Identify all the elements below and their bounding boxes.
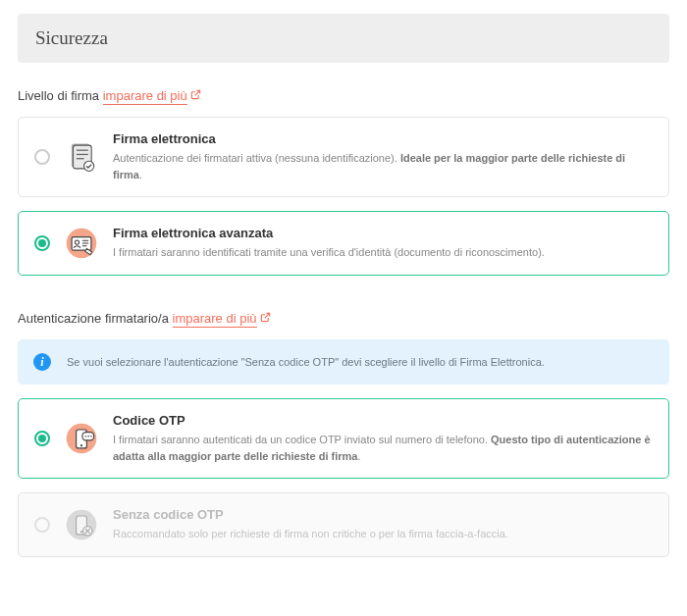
radio-advanced[interactable] xyxy=(34,235,50,251)
page-title: Sicurezza xyxy=(35,27,652,49)
desc-tail: . xyxy=(139,169,142,180)
external-link-icon xyxy=(190,89,201,102)
desc-text: Autenticazione dei firmatari attiva (nes… xyxy=(113,152,400,164)
option-desc: Autenticazione dei firmatari attiva (nes… xyxy=(113,150,653,182)
svg-point-14 xyxy=(80,444,82,446)
option-desc: I firmatari saranno autenticati da un co… xyxy=(113,432,653,464)
option-body: Senza codice OTP Raccomandato solo per r… xyxy=(113,507,653,542)
signer-auth-learn-more-link[interactable]: imparare di più xyxy=(173,311,257,328)
signature-level-option-electronic[interactable]: Firma elettronica Autenticazione dei fir… xyxy=(18,117,669,197)
signature-level-option-advanced[interactable]: Firma elettronica avanzata I firmatari s… xyxy=(18,211,669,276)
option-desc: Raccomandato solo per richieste di firma… xyxy=(113,526,653,542)
desc-tail: . xyxy=(357,450,360,462)
page-header: Sicurezza xyxy=(18,14,669,63)
svg-point-21 xyxy=(80,531,82,533)
signer-auth-label-text: Autenticazione firmatario/a xyxy=(18,311,169,326)
auth-option-no-otp: Senza codice OTP Raccomandato solo per r… xyxy=(18,492,669,557)
option-desc: I firmatari saranno identificati tramite… xyxy=(113,244,653,261)
svg-point-16 xyxy=(85,436,87,437)
option-body: Firma elettronica avanzata I firmatari s… xyxy=(113,226,653,261)
radio-no-otp xyxy=(34,517,50,533)
info-text: Se vuoi selezionare l'autenticazione "Se… xyxy=(67,356,545,368)
document-icon xyxy=(64,139,99,175)
option-body: Codice OTP I firmatari saranno autentica… xyxy=(113,413,653,464)
radio-otp[interactable] xyxy=(34,431,50,446)
option-title: Firma elettronica avanzata xyxy=(113,226,653,240)
signature-level-label: Livello di firma imparare di più xyxy=(18,88,669,103)
info-icon: i xyxy=(33,353,51,371)
desc-text: I firmatari saranno identificati tramite… xyxy=(113,246,545,258)
signer-auth-label: Autenticazione firmatario/a imparare di … xyxy=(18,311,669,326)
desc-text: Raccomandato solo per richieste di firma… xyxy=(113,528,508,539)
signature-level-learn-more-link[interactable]: imparare di più xyxy=(103,88,187,105)
external-link-icon xyxy=(260,312,271,325)
option-body: Firma elettronica Autenticazione dei fir… xyxy=(113,131,653,182)
radio-electronic[interactable] xyxy=(34,149,50,165)
signature-level-label-text: Livello di firma xyxy=(18,88,99,103)
info-banner: i Se vuoi selezionare l'autenticazione "… xyxy=(18,339,669,385)
option-title: Codice OTP xyxy=(113,413,653,428)
id-card-icon xyxy=(64,226,99,261)
phone-otp-icon xyxy=(64,421,99,456)
option-title: Senza codice OTP xyxy=(113,507,653,522)
desc-text: I firmatari saranno autenticati da un co… xyxy=(113,434,491,445)
svg-point-17 xyxy=(87,436,89,437)
option-title: Firma elettronica xyxy=(113,131,653,146)
svg-point-18 xyxy=(90,436,92,437)
auth-option-otp[interactable]: Codice OTP I firmatari saranno autentica… xyxy=(18,398,669,479)
phone-no-otp-icon xyxy=(64,507,99,542)
